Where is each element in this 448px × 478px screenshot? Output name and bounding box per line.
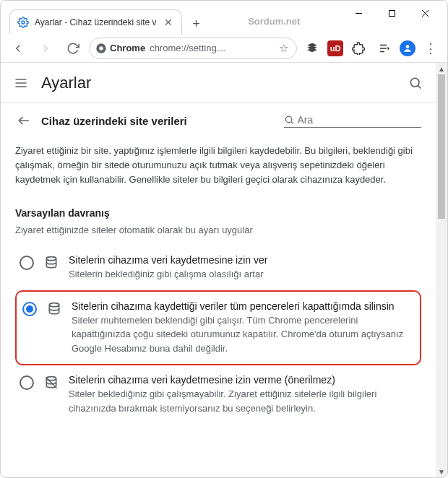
page-title: Cihaz üzerindeki site verileri (41, 115, 275, 127)
scroll-thumb[interactable] (438, 74, 445, 219)
database-blocked-icon (44, 375, 59, 390)
buffer-extension-icon[interactable] (301, 38, 323, 59)
section-subtitle: Ziyaret ettiğinizde siteler otomatik ola… (15, 225, 421, 235)
chrome-chip: Chrome (95, 43, 145, 54)
browser-toolbar: Chrome chrome://setting… ☆ uD ⋮ (1, 34, 447, 63)
forward-button[interactable] (34, 37, 57, 60)
chrome-menu-icon[interactable]: ⋮ (420, 38, 441, 59)
option-title: Sitelerin cihazıma veri kaydetmesine izi… (69, 374, 417, 386)
option-desc: Siteler muhtemelen beklendiği gibi çalış… (72, 313, 414, 356)
back-arrow-icon[interactable] (15, 112, 33, 129)
svg-point-6 (99, 46, 103, 50)
close-tab-icon[interactable]: ✕ (163, 17, 174, 28)
ublock-extension-icon[interactable]: uD (327, 40, 343, 56)
option-desc: Sitelerin beklediğiniz gibi çalışma olas… (69, 267, 417, 282)
option-allow-save[interactable]: Sitelerin cihazıma veri kaydetmesine izi… (15, 245, 421, 290)
minimize-button[interactable] (342, 2, 375, 24)
tab-title: Ayarlar - Cihaz üzerindeki site v (35, 17, 157, 27)
page-description: Ziyaret ettiğiniz bir site, yaptığınız i… (15, 144, 421, 187)
scroll-up-arrow-icon[interactable]: ▲ (438, 63, 445, 74)
url-text: chrome://setting… (150, 43, 272, 53)
svg-point-10 (406, 45, 410, 48)
address-bar[interactable]: Chrome chrome://setting… ☆ (89, 38, 297, 59)
close-window-button[interactable] (408, 2, 441, 24)
menu-icon[interactable] (12, 74, 30, 92)
option-clear-on-close[interactable]: Sitelerin cihazıma kaydettiği veriler tü… (15, 290, 421, 366)
window-titlebar: Ayarlar - Cihaz üzerindeki site v ✕ + So… (1, 1, 447, 34)
svg-rect-2 (389, 10, 395, 16)
search-icon (284, 114, 294, 126)
svg-point-14 (410, 78, 419, 87)
header-search-icon[interactable] (407, 74, 424, 92)
option-title: Sitelerin cihazıma kaydettiği veriler tü… (72, 300, 414, 312)
svg-point-20 (49, 303, 59, 307)
database-icon (44, 256, 59, 270)
option-desc: Siteler beklediğiniz gibi çalışmayabilir… (69, 387, 417, 415)
back-button[interactable] (7, 37, 30, 60)
maximize-button[interactable] (375, 2, 408, 24)
watermark: Sordum.net (207, 16, 342, 34)
option-block-save[interactable]: Sitelerin cihazıma veri kaydetmesine izi… (15, 365, 421, 424)
radio-button[interactable] (20, 375, 34, 390)
settings-content: Ayarlar Cihaz üzerindeki site verileri Z… (1, 63, 436, 477)
vertical-scrollbar[interactable]: ▲ ▼ (436, 63, 447, 477)
window-controls (342, 2, 441, 24)
svg-point-0 (22, 21, 25, 24)
settings-favicon-icon (17, 17, 29, 28)
option-title: Sitelerin cihazıma veri kaydetmesine izi… (69, 254, 417, 266)
chrome-chip-label: Chrome (110, 43, 145, 53)
radio-button[interactable] (20, 256, 34, 270)
app-header: Ayarlar (1, 63, 436, 103)
search-input[interactable] (297, 114, 421, 126)
new-tab-button[interactable]: + (186, 14, 207, 34)
svg-point-19 (46, 257, 56, 261)
scroll-down-arrow-icon[interactable]: ▼ (438, 466, 445, 477)
sub-header: Cihaz üzerindeki site verileri (15, 112, 421, 129)
extensions-puzzle-icon[interactable] (348, 38, 369, 59)
svg-line-15 (418, 85, 421, 88)
app-title: Ayarlar (41, 74, 395, 92)
reading-list-icon[interactable] (374, 38, 395, 59)
svg-line-18 (291, 121, 293, 123)
section-title: Varsayılan davranış (15, 207, 421, 219)
profile-avatar[interactable] (400, 40, 415, 56)
inline-search[interactable] (284, 114, 421, 128)
bookmark-star-icon[interactable]: ☆ (276, 42, 290, 55)
radio-button[interactable] (22, 302, 37, 316)
browser-tab[interactable]: Ayarlar - Cihaz üzerindeki site v ✕ (9, 9, 182, 34)
reload-button[interactable] (61, 37, 85, 60)
database-icon (47, 302, 61, 316)
svg-point-17 (285, 116, 291, 122)
